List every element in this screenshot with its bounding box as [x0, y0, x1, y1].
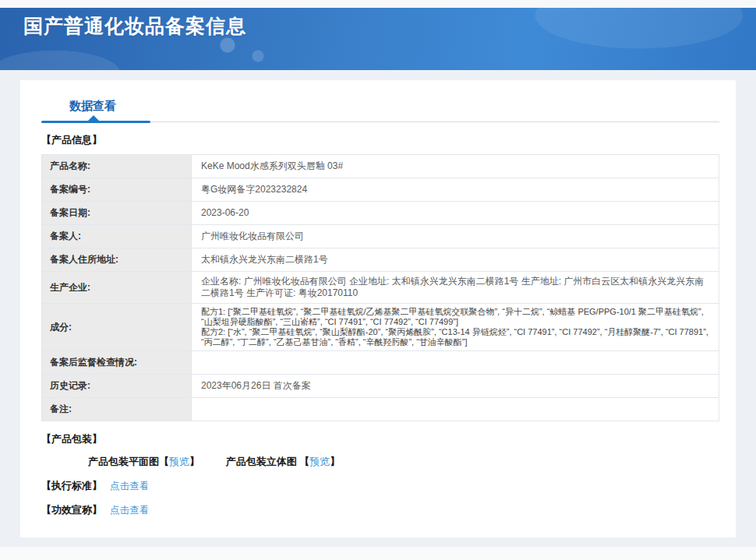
ingredients-formula-2: 配方2: [“水”, “聚二甲基硅氧烷”, “聚山梨醇酯-20”, “聚丙烯酰胺…: [201, 327, 709, 347]
row-label: 备案人住所地址:: [42, 248, 192, 272]
row-label: 备案编号:: [42, 178, 192, 202]
tab-data-view[interactable]: 数据查看: [69, 99, 116, 114]
row-value: [192, 398, 719, 421]
table-row: 产品名称: KeKe Mood水感系列双头唇釉 03#: [42, 155, 719, 178]
page-banner: 国产普通化妆品备案信息: [0, 8, 756, 70]
bracket-close: 】: [189, 456, 200, 467]
row-value: 广州唯妆化妆品有限公司: [192, 225, 719, 248]
section-title-packaging: 【产品包装】: [41, 432, 719, 446]
efficacy-row: 【功效宣称】点击查看: [41, 503, 719, 517]
table-row-ingredients: 成分: 配方1: [“聚二甲基硅氧烷”, “聚二甲基硅氧烷/乙烯基聚二甲基硅氧烷…: [42, 304, 719, 351]
bracket-open: 【: [159, 456, 169, 467]
ingredients-formula-1: 配方1: [“聚二甲基硅氧烷”, “聚二甲基硅氧烷/乙烯基聚二甲基硅氧烷交联聚合…: [201, 307, 709, 327]
packaging-flat-label: 产品包装平面图: [88, 456, 159, 467]
packaging-row: 产品包装平面图【预览】 产品包装立体图 【预览】: [88, 455, 719, 469]
browser-top-strip: [0, 0, 756, 8]
section-title-standard: 【执行标准】: [41, 480, 102, 491]
table-row: 备案后监督检查情况:: [42, 351, 719, 375]
flat-image-preview-link[interactable]: 预览: [169, 456, 189, 467]
row-label: 备案日期:: [42, 202, 192, 225]
packaging-stereo-label: 产品包装立体图: [226, 456, 300, 467]
row-value: 2023-06-20: [192, 202, 719, 225]
packaging-item-stereo: 产品包装立体图 【预览】: [226, 455, 341, 469]
table-row: 备注:: [42, 398, 719, 421]
row-label: 备注:: [42, 398, 192, 421]
table-row: 备案人: 广州唯妆化妆品有限公司: [42, 225, 719, 248]
packaging-item-flat: 产品包装平面图【预览】: [88, 455, 200, 469]
row-value: KeKe Mood水感系列双头唇釉 03#: [192, 155, 719, 178]
row-value: 太和镇永兴龙兴东南二横路1号: [192, 248, 719, 272]
table-row-manufacturer: 生产企业: 企业名称: 广州唯妆化妆品有限公司 企业地址: 太和镇永兴龙兴东南二…: [42, 272, 719, 304]
bracket-close: 】: [330, 456, 340, 467]
section-title-product-info: 【产品信息】: [41, 133, 719, 147]
row-label: 生产企业:: [42, 272, 192, 304]
row-value: 配方1: [“聚二甲基硅氧烷”, “聚二甲基硅氧烷/乙烯基聚二甲基硅氧烷交联聚合…: [192, 304, 719, 351]
standard-view-link[interactable]: 点击查看: [110, 481, 149, 491]
row-label: 备案人:: [42, 225, 192, 248]
row-value: 2023年06月26日 首次备案: [192, 375, 719, 398]
standard-row: 【执行标准】点击查看: [41, 479, 719, 493]
stereo-image-preview-link[interactable]: 预览: [309, 456, 330, 467]
row-value: [192, 351, 719, 375]
section-title-efficacy: 【功效宣称】: [41, 504, 102, 516]
efficacy-view-link[interactable]: 点击查看: [110, 505, 149, 516]
table-row: 备案编号: 粤G妆网备字2023232824: [42, 178, 719, 202]
bracket-open: 【: [299, 456, 309, 467]
row-value: 企业名称: 广州唯妆化妆品有限公司 企业地址: 太和镇永兴龙兴东南二横路1号 生…: [192, 272, 719, 304]
row-label: 历史记录:: [42, 375, 192, 398]
tab-bar: 数据查看: [41, 80, 719, 122]
tab-active-caret-icon: [88, 115, 99, 121]
row-label: 备案后监督检查情况:: [42, 351, 192, 375]
table-row: 备案日期: 2023-06-20: [42, 202, 719, 225]
content-card: 数据查看 【产品信息】 产品名称: KeKe Mood水感系列双头唇釉 03# …: [20, 80, 736, 537]
product-info-table: 产品名称: KeKe Mood水感系列双头唇釉 03# 备案编号: 粤G妆网备字…: [41, 154, 719, 421]
row-label: 成分:: [42, 304, 192, 351]
bottom-strip: [0, 547, 756, 560]
table-row: 历史记录: 2023年06月26日 首次备案: [42, 375, 719, 398]
table-row: 备案人住所地址: 太和镇永兴龙兴东南二横路1号: [42, 248, 719, 272]
row-value: 粤G妆网备字2023232824: [192, 178, 719, 202]
page-title: 国产普通化妆品备案信息: [23, 13, 246, 39]
row-label: 产品名称:: [42, 155, 192, 178]
tab-active-underline: [41, 121, 150, 123]
